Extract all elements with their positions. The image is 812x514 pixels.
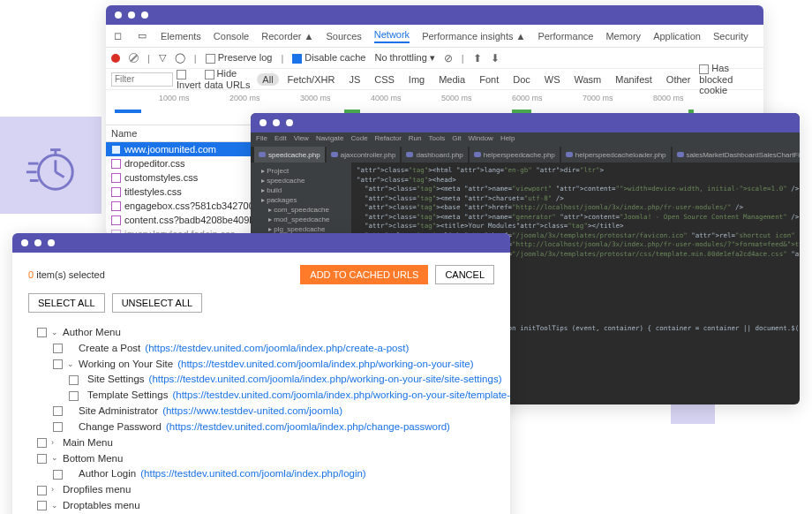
pill-font[interactable]: Font (474, 73, 504, 86)
ide-tab[interactable]: salesMarketDashboardSalesChartFilter.php (673, 147, 800, 163)
pill-doc[interactable]: Doc (508, 73, 536, 86)
url-tree: ⌄Author MenuCreate a Post (https://testd… (28, 325, 494, 514)
tab-perf-insights[interactable]: Performance insights ▲ (422, 31, 525, 42)
tree-label[interactable]: Create a Post (79, 341, 140, 357)
tab-memory[interactable]: Memory (605, 31, 641, 42)
pill-js[interactable]: JS (343, 73, 365, 86)
online-icon[interactable]: ⊘ (444, 52, 453, 64)
invert-checkbox[interactable]: Invert (177, 68, 201, 90)
clear-icon[interactable] (129, 53, 139, 63)
tree-label[interactable]: Site Administrator (79, 404, 158, 420)
cancel-button[interactable]: CANCEL (435, 265, 494, 284)
tab-network[interactable]: Network (374, 29, 410, 43)
checkbox[interactable] (37, 328, 47, 337)
checkbox[interactable] (37, 486, 47, 495)
caret-icon[interactable]: › (51, 437, 58, 450)
ide-menu-item[interactable]: File (256, 134, 267, 145)
pill-css[interactable]: CSS (369, 73, 400, 86)
caret-icon[interactable]: ⌄ (51, 327, 58, 339)
ide-menu-item[interactable]: Tools (429, 134, 446, 145)
filter-input[interactable] (111, 72, 173, 87)
devtools-filterbar: Invert Hide data URLs All Fetch/XHR JS C… (106, 69, 763, 90)
device-icon[interactable]: ▭ (136, 30, 148, 42)
checkbox[interactable] (53, 359, 63, 369)
hide-data-checkbox[interactable]: Hide data URLs (205, 68, 254, 90)
checkbox[interactable] (53, 344, 63, 353)
ide-tab[interactable]: helperspeedcache.php (470, 147, 560, 163)
checkbox[interactable] (37, 454, 47, 464)
caret-icon[interactable]: ⌄ (51, 452, 58, 465)
disable-cache-checkbox[interactable]: Disable cache (292, 52, 365, 64)
ide-menu-item[interactable]: Refactor (375, 134, 402, 145)
tree-label[interactable]: Author Menu (63, 325, 121, 341)
record-icon[interactable] (111, 54, 120, 63)
ide-menu-item[interactable]: View (294, 134, 309, 145)
ide-menu-item[interactable]: Run (409, 134, 422, 145)
ide-tab[interactable]: speedcache.php (254, 147, 325, 163)
joomla-panel: 0 item(s) selected ADD TO CACHED URLS CA… (12, 233, 510, 514)
tab-recorder[interactable]: Recorder ▲ (261, 31, 313, 42)
unselect-all-button[interactable]: UNSELECT ALL (112, 293, 203, 313)
ide-menu[interactable]: FileEditViewNavigateCodeRefactorRunTools… (251, 132, 800, 147)
tab-sources[interactable]: Sources (326, 31, 361, 42)
checkbox[interactable] (37, 438, 47, 448)
tree-label[interactable]: Template Settings (87, 388, 168, 404)
pill-ws[interactable]: WS (539, 73, 566, 86)
tree-label[interactable]: Dropfiles menu (63, 482, 131, 498)
tab-performance[interactable]: Performance (538, 31, 593, 42)
preserve-log-checkbox[interactable]: Preserve log (206, 52, 273, 64)
tab-security[interactable]: Security (713, 31, 748, 42)
ide-menu-item[interactable]: Git (452, 134, 461, 145)
download-icon[interactable]: ⬇ (491, 52, 500, 64)
pill-fetch[interactable]: Fetch/XHR (282, 73, 341, 86)
select-all-button[interactable]: SELECT ALL (28, 293, 105, 313)
ide-sidebar-item[interactable]: ▸ mod_speedcache (254, 215, 348, 224)
upload-icon[interactable]: ⬆ (473, 52, 482, 64)
tree-label[interactable]: Working on Your Site (79, 357, 173, 373)
tab-application[interactable]: Application (653, 31, 701, 42)
checkbox[interactable] (37, 501, 47, 510)
tab-elements[interactable]: Elements (161, 31, 201, 42)
checkbox[interactable] (69, 391, 79, 401)
tree-label[interactable]: Site Settings (87, 372, 145, 388)
php-icon (474, 152, 481, 157)
ide-sidebar-item[interactable]: ▸ packages (254, 195, 348, 205)
caret-icon[interactable]: ⌄ (51, 500, 58, 512)
ide-menu-item[interactable]: Window (468, 134, 492, 145)
ide-tab[interactable]: helperspeedcacheloader.php (561, 147, 671, 163)
checkbox[interactable] (53, 470, 63, 480)
pill-img[interactable]: Img (403, 73, 430, 86)
pill-all[interactable]: All (257, 73, 278, 86)
ide-menu-item[interactable]: Navigate (316, 134, 344, 145)
checkbox[interactable] (69, 375, 79, 385)
ide-sidebar-item[interactable]: ▸ Project (254, 166, 348, 176)
search-icon[interactable]: ◯ (175, 52, 185, 64)
pill-other[interactable]: Other (661, 73, 696, 86)
ide-sidebar-item[interactable]: ▸ com_speedcache (254, 205, 348, 215)
tree-label[interactable]: Author Login (79, 466, 136, 482)
checkbox[interactable] (53, 406, 63, 416)
pill-manifest[interactable]: Manifest (610, 73, 658, 86)
tab-console[interactable]: Console (214, 31, 249, 42)
devtools-tabs: ◻ ▭ Elements Console Recorder ▲ Sources … (106, 25, 763, 48)
tree-label[interactable]: Bottom Menu (63, 451, 123, 467)
tree-label[interactable]: Droptables menu (63, 498, 140, 514)
filter-toggle-icon[interactable]: ▽ (159, 52, 166, 64)
ide-sidebar-item[interactable]: ▸ speedcache (254, 176, 348, 185)
add-cached-button[interactable]: ADD TO CACHED URLS (300, 265, 428, 284)
inspect-icon[interactable]: ◻ (111, 30, 124, 42)
ide-tab[interactable]: ajaxcontroller.php (327, 147, 401, 163)
caret-icon[interactable]: ⌄ (67, 359, 74, 371)
ide-menu-item[interactable]: Help (500, 134, 515, 145)
caret-icon[interactable]: › (51, 484, 58, 496)
ide-sidebar-item[interactable]: ▸ build (254, 185, 348, 195)
throttling-select[interactable]: No throttling ▾ (374, 52, 434, 64)
tree-label[interactable]: Change Password (79, 420, 162, 435)
pill-media[interactable]: Media (433, 73, 470, 86)
ide-menu-item[interactable]: Code (350, 134, 367, 145)
tree-label[interactable]: Main Menu (63, 435, 113, 451)
ide-menu-item[interactable]: Edit (274, 134, 287, 145)
pill-wasm[interactable]: Wasm (568, 73, 606, 86)
checkbox[interactable] (53, 422, 63, 432)
ide-tab[interactable]: dashboard.php (402, 147, 467, 163)
